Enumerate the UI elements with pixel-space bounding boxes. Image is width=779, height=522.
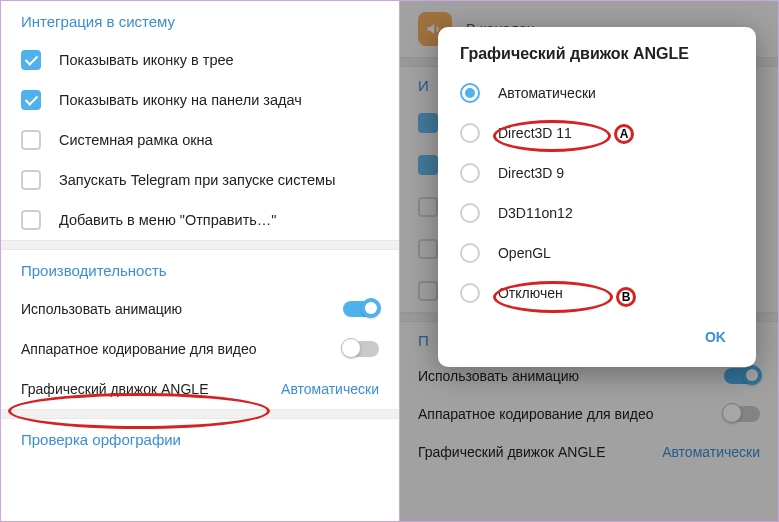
radio-row-disabled[interactable]: Отключен	[438, 273, 756, 313]
check-label: Добавить в меню "Отправить…"	[59, 212, 276, 228]
angle-engine-modal: Графический движок ANGLE Автоматически D…	[438, 27, 756, 367]
row-label: Графический движок ANGLE	[21, 381, 209, 397]
check-row-autostart[interactable]: Запускать Telegram при запуске системы	[1, 160, 399, 200]
check-row-sendto-menu[interactable]: Добавить в меню "Отправить…"	[1, 200, 399, 240]
modal-title: Графический движок ANGLE	[438, 45, 756, 73]
radio-label: Direct3D 9	[498, 165, 564, 181]
checkbox-tray-icon[interactable]	[21, 50, 41, 70]
row-angle-engine[interactable]: Графический движок ANGLE Автоматически	[1, 369, 399, 409]
settings-left-panel: Интеграция в систему Показывать иконку в…	[1, 1, 400, 521]
check-label: Системная рамка окна	[59, 132, 213, 148]
radio-row-d3d9[interactable]: Direct3D 9	[438, 153, 756, 193]
radio-d3d9[interactable]	[460, 163, 480, 183]
check-label: Показывать иконку в трее	[59, 52, 234, 68]
radio-opengl[interactable]	[460, 243, 480, 263]
row-label: Аппаратное кодирование для видео	[21, 341, 257, 357]
check-row-taskbar-icon[interactable]: Показывать иконку на панели задач	[1, 80, 399, 120]
spellcheck-header[interactable]: Проверка орфографии	[1, 419, 399, 458]
annotation-badge-a: A	[614, 124, 634, 144]
radio-auto[interactable]	[460, 83, 480, 103]
angle-engine-value[interactable]: Автоматически	[281, 381, 379, 397]
checkbox-taskbar-icon[interactable]	[21, 90, 41, 110]
radio-row-d3d11[interactable]: Direct3D 11	[438, 113, 756, 153]
radio-row-opengl[interactable]: OpenGL	[438, 233, 756, 273]
ok-button[interactable]: OK	[697, 323, 734, 351]
modal-footer: OK	[438, 313, 756, 361]
section-divider	[1, 240, 399, 250]
row-use-animation[interactable]: Использовать анимацию	[1, 289, 399, 329]
performance-header: Производительность	[1, 250, 399, 289]
integration-header: Интеграция в систему	[1, 1, 399, 40]
settings-right-panel: В каналах И П Использовать анимацию Аппа…	[400, 1, 778, 521]
radio-disabled[interactable]	[460, 283, 480, 303]
section-divider	[1, 409, 399, 419]
row-label: Использовать анимацию	[21, 301, 182, 317]
annotation-badge-b: B	[616, 287, 636, 307]
radio-row-auto[interactable]: Автоматически	[438, 73, 756, 113]
row-hw-encoding[interactable]: Аппаратное кодирование для видео	[1, 329, 399, 369]
radio-label: Автоматически	[498, 85, 596, 101]
check-row-tray-icon[interactable]: Показывать иконку в трее	[1, 40, 399, 80]
radio-label: D3D11on12	[498, 205, 573, 221]
checkbox-system-frame[interactable]	[21, 130, 41, 150]
checkbox-sendto-menu[interactable]	[21, 210, 41, 230]
radio-d3d11on12[interactable]	[460, 203, 480, 223]
radio-label: OpenGL	[498, 245, 551, 261]
radio-label: Direct3D 11	[498, 125, 572, 141]
toggle-hw-encoding[interactable]	[343, 341, 379, 357]
checkbox-autostart[interactable]	[21, 170, 41, 190]
radio-label: Отключен	[498, 285, 563, 301]
radio-row-d3d11on12[interactable]: D3D11on12	[438, 193, 756, 233]
check-label: Запускать Telegram при запуске системы	[59, 172, 335, 188]
toggle-use-animation[interactable]	[343, 301, 379, 317]
check-label: Показывать иконку на панели задач	[59, 92, 302, 108]
radio-d3d11[interactable]	[460, 123, 480, 143]
check-row-system-frame[interactable]: Системная рамка окна	[1, 120, 399, 160]
